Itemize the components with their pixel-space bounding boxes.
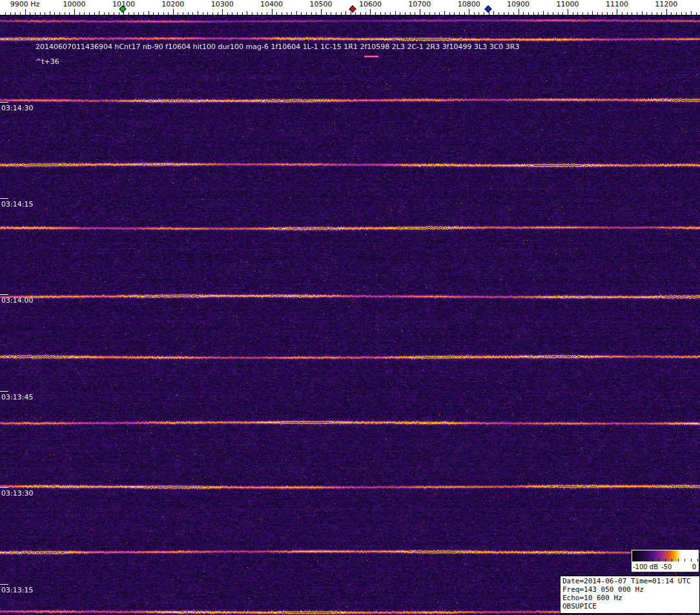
time-tick [0, 198, 8, 199]
colorbar-tick [697, 559, 698, 561]
frequency-tick [272, 9, 273, 15]
colorbar-tick [685, 559, 685, 561]
frequency-tick [360, 12, 361, 15]
frequency-tick [326, 12, 327, 15]
red-marker-diamond-icon[interactable] [349, 5, 356, 12]
colorbar-min-label: -100 dB [633, 563, 658, 571]
frequency-tick [612, 12, 613, 15]
colorbar-tick [691, 559, 692, 561]
frequency-tick [499, 12, 499, 15]
frequency-tick [637, 12, 637, 15]
frequency-tick [108, 12, 109, 15]
frequency-tick [59, 12, 60, 15]
frequency-tick [365, 12, 366, 15]
frequency-tick [35, 12, 36, 15]
spectrum-analyzer-window: 9900 Hz100001010010200103001040010500106… [0, 0, 700, 615]
frequency-tick [385, 12, 386, 15]
blue-marker-diamond-icon[interactable] [484, 5, 491, 12]
frequency-tick [311, 12, 312, 15]
colorbar-tick [659, 559, 659, 561]
frequency-label: 10900 [507, 1, 530, 8]
frequency-tick [134, 12, 134, 15]
frequency-tick [459, 12, 460, 15]
status-info-box: Date=2014-06-07 Time=01:14 UTC Freq=143 … [560, 576, 700, 614]
frequency-tick [79, 12, 80, 15]
frequency-tick [30, 12, 30, 15]
waterfall-spectrogram[interactable] [0, 15, 700, 615]
frequency-tick [602, 12, 602, 15]
frequency-tick [222, 9, 223, 15]
frequency-tick [696, 12, 697, 15]
frequency-tick [50, 11, 50, 15]
frequency-tick [666, 9, 667, 15]
frequency-tick [336, 12, 336, 15]
frequency-tick [528, 12, 529, 15]
frequency-tick [439, 12, 440, 15]
frequency-tick [262, 12, 262, 15]
frequency-tick [355, 12, 356, 15]
time-tick [0, 391, 8, 392]
frequency-label: 11000 [557, 1, 579, 8]
frequency-tick [84, 12, 85, 15]
info-date-time: Date=2014-06-07 Time=01:14 UTC [562, 577, 697, 585]
frequency-tick [632, 12, 632, 15]
frequency-tick [588, 12, 588, 15]
time-tick [0, 102, 8, 103]
frequency-tick [331, 12, 331, 15]
frequency-tick [89, 12, 90, 15]
frequency-tick [287, 12, 287, 15]
frequency-tick [153, 12, 154, 15]
frequency-tick [15, 12, 15, 15]
frequency-tick [158, 12, 159, 15]
frequency-tick [479, 12, 479, 15]
frequency-tick [474, 12, 475, 15]
frequency-tick [464, 12, 465, 15]
time-tick [0, 294, 8, 295]
colorbar-tick [678, 559, 679, 561]
frequency-tick [429, 12, 430, 15]
detection-annotation: 20140607011436904 hCnt17 nb-90 f10604 hi… [36, 43, 519, 51]
frequency-tick [252, 12, 252, 15]
colorbar-tick [639, 559, 640, 561]
frequency-tick [207, 12, 208, 15]
frequency-tick [582, 12, 583, 15]
frequency-tick [558, 12, 559, 15]
frequency-tick [188, 12, 189, 15]
frequency-tick [74, 9, 75, 15]
frequency-tick [296, 11, 297, 15]
time-label: 03:14:30 [1, 105, 33, 112]
frequency-tick [424, 12, 425, 15]
time-label: 03:14:00 [1, 297, 33, 305]
frequency-tick [247, 11, 247, 15]
frequency-tick [227, 12, 228, 15]
frequency-tick [652, 12, 652, 15]
frequency-tick [533, 12, 534, 15]
frequency-tick [573, 12, 573, 15]
frequency-tick [257, 12, 258, 15]
frequency-tick [178, 12, 178, 15]
frequency-tick [420, 9, 420, 15]
frequency-tick [671, 12, 672, 15]
colorbar-tick [665, 559, 666, 561]
time-label: 03:13:45 [1, 394, 33, 401]
frequency-tick [681, 12, 682, 15]
frequency-tick [469, 9, 469, 15]
info-echo: Echo=10 600 Hz [562, 594, 697, 602]
time-label: 03:13:30 [1, 490, 33, 498]
frequency-label: 10400 [260, 1, 283, 8]
frequency-tick [508, 12, 509, 15]
frequency-tick [129, 12, 129, 15]
colorbar-max-label: 0 [692, 563, 696, 571]
frequency-tick [218, 12, 218, 15]
colorbar-tick [652, 559, 653, 561]
frequency-tick [415, 12, 415, 15]
time-tick [0, 487, 8, 488]
frequency-tick [341, 12, 342, 15]
frequency-tick [267, 12, 267, 15]
frequency-tick [523, 12, 524, 15]
frequency-tick [149, 11, 149, 15]
frequency-tick [504, 12, 504, 15]
frequency-label: 10000 [63, 1, 86, 8]
frequency-tick [138, 12, 139, 15]
frequency-tick [65, 12, 65, 15]
